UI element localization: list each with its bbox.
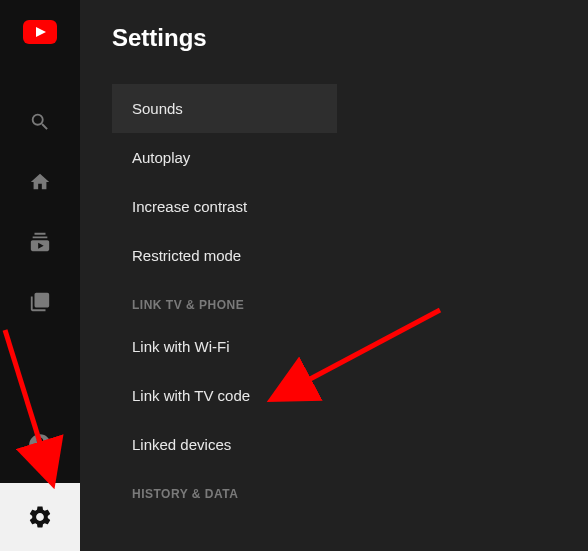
main-content: Settings Sounds Autoplay Increase contra… [80,0,588,551]
sidebar-bottom [0,415,80,551]
sidebar [0,0,80,551]
settings-menu: Sounds Autoplay Increase contrast Restri… [112,84,337,511]
menu-item-increase-contrast[interactable]: Increase contrast [112,182,337,231]
menu-header-link-tv-phone: LINK TV & PHONE [112,280,337,322]
search-icon[interactable] [0,92,80,152]
menu-header-history-data: HISTORY & DATA [112,469,337,511]
page-title: Settings [112,24,588,52]
menu-item-link-wifi[interactable]: Link with Wi-Fi [112,322,337,371]
youtube-logo[interactable] [0,20,80,44]
account-icon[interactable] [0,415,80,475]
subscriptions-icon[interactable] [0,212,80,272]
library-icon[interactable] [0,272,80,332]
menu-item-linked-devices[interactable]: Linked devices [112,420,337,469]
menu-item-sounds[interactable]: Sounds [112,84,337,133]
app-root: Settings Sounds Autoplay Increase contra… [0,0,588,551]
settings-icon[interactable] [0,483,80,551]
menu-item-link-tv-code[interactable]: Link with TV code [112,371,337,420]
home-icon[interactable] [0,152,80,212]
menu-item-autoplay[interactable]: Autoplay [112,133,337,182]
menu-item-restricted-mode[interactable]: Restricted mode [112,231,337,280]
